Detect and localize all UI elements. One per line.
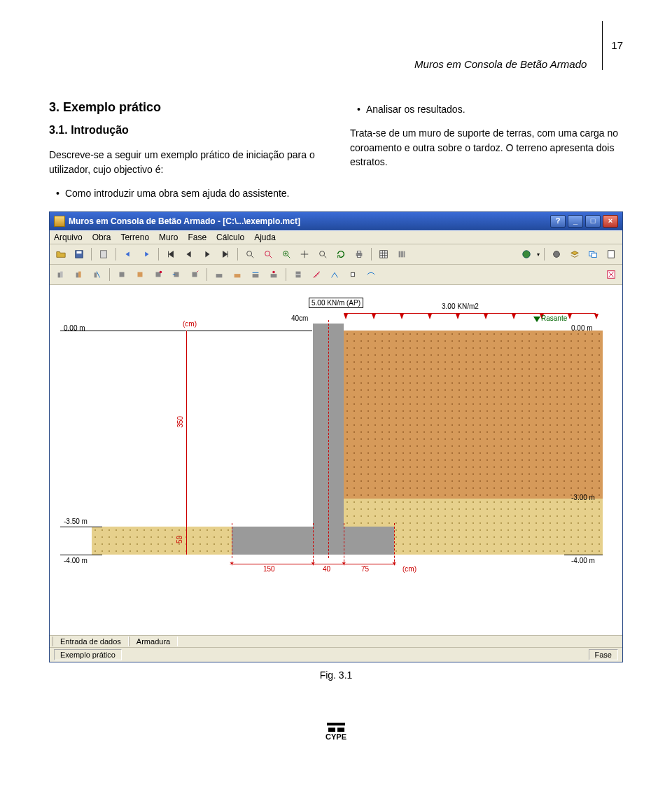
calc-icon[interactable] (96, 246, 111, 262)
prev-icon[interactable] (181, 246, 197, 262)
toolbar-separator (206, 268, 207, 281)
drawing-canvas[interactable]: 5.00 KN/m (AP) 3.00 KN/m2 Rasante 0.00 m… (50, 285, 622, 635)
figure-caption: Fig. 3.1 (49, 669, 623, 681)
tool-b-icon[interactable] (71, 267, 87, 282)
right-column: • Analisar os resultados. Trata-se de um… (350, 98, 623, 204)
pan-icon[interactable] (297, 246, 312, 262)
dim-line-vertical (186, 527, 187, 555)
tab-armadura[interactable]: Armadura (129, 637, 178, 646)
menu-ajuda[interactable]: Ajuda (254, 232, 276, 242)
exit-icon[interactable] (603, 267, 619, 282)
minimize-button[interactable]: _ (568, 215, 583, 228)
layers-icon[interactable] (567, 246, 582, 262)
load-arrow-icon (594, 314, 598, 319)
tab-entrada-dados[interactable]: Entrada de dados (52, 637, 129, 646)
menu-calculo[interactable]: Cálculo (216, 232, 244, 242)
menu-fase[interactable]: Fase (188, 232, 206, 242)
svg-rect-17 (592, 253, 596, 257)
svg-point-6 (320, 251, 325, 256)
left-column: 3. Exemplo prático 3.1. Introdução Descr… (49, 98, 322, 204)
menu-arquivo[interactable]: Arquivo (54, 232, 83, 242)
bullet-dot-icon: • (357, 102, 360, 116)
zoom-window-icon[interactable] (242, 246, 258, 262)
tool-d-icon[interactable] (114, 267, 130, 282)
svg-rect-21 (76, 273, 79, 278)
svg-rect-33 (271, 274, 277, 277)
settings-icon[interactable] (549, 246, 564, 262)
close-button[interactable]: × (603, 215, 618, 228)
svg-rect-19 (58, 273, 61, 278)
height-dim: 350 (176, 416, 184, 428)
zoom-in-icon[interactable] (279, 246, 294, 262)
svg-rect-22 (78, 272, 81, 278)
svg-rect-32 (253, 274, 259, 277)
refresh-icon[interactable] (333, 246, 349, 262)
body-columns: 3. Exemplo prático 3.1. Introdução Descr… (49, 98, 623, 204)
tool-q-icon[interactable] (363, 267, 379, 282)
last-icon[interactable] (218, 246, 233, 262)
tool-c-icon[interactable] (90, 267, 105, 282)
undo-icon[interactable] (120, 246, 136, 262)
tool-k-icon[interactable] (248, 267, 263, 282)
rasante-marker-icon (533, 317, 540, 322)
columns-icon[interactable] (394, 246, 410, 262)
save-icon[interactable] (71, 246, 87, 262)
globe-icon[interactable] (519, 246, 534, 262)
tool-g-icon[interactable] (169, 267, 184, 282)
svg-rect-9 (357, 256, 360, 258)
tool-o-icon[interactable] (327, 267, 342, 282)
toolbar-separator (109, 268, 110, 281)
open-icon[interactable] (53, 246, 69, 262)
dropdown-caret-icon[interactable]: ▾ (537, 251, 540, 258)
elev-left-400: -4.00 m (64, 557, 88, 564)
tool-f-icon[interactable] (150, 267, 166, 282)
bullet-text: Analisar os resultados. (366, 102, 465, 116)
load-arrow-icon (568, 314, 572, 319)
load-arrow-icon (344, 314, 348, 319)
zoom-fit-icon[interactable] (260, 246, 276, 262)
tool-e-icon[interactable] (132, 267, 148, 282)
redo-icon[interactable] (139, 246, 154, 262)
load-arrow-icon (456, 314, 460, 319)
svg-rect-13 (404, 251, 405, 258)
tool-l-icon[interactable] (266, 267, 281, 282)
svg-rect-25 (138, 272, 143, 277)
tool-j-icon[interactable] (230, 267, 245, 282)
dim-toe: 75 (361, 565, 369, 573)
help-button[interactable]: ? (550, 215, 566, 228)
zoom-prev-icon[interactable] (315, 246, 330, 262)
description-paragraph: Trata-se de um muro de suporte de terras… (350, 126, 623, 169)
status-left: Exemplo prático (54, 649, 122, 660)
tool-a-icon[interactable] (53, 267, 69, 282)
rasante-label: Rasante (541, 314, 567, 322)
menu-terreno[interactable]: Terreno (120, 232, 149, 242)
dim-tick (344, 523, 344, 565)
tool-h-icon[interactable] (187, 267, 202, 282)
first-icon[interactable] (163, 246, 178, 262)
next-icon[interactable] (200, 246, 215, 262)
bottom-tabs: Entrada de dados Armadura (50, 635, 622, 647)
menu-bar: Arquivo Obra Terreno Muro Fase Cálculo A… (50, 230, 622, 244)
svg-point-15 (554, 251, 560, 258)
sheet-icon[interactable] (603, 246, 619, 262)
toolbar-separator (237, 248, 238, 260)
toolbar-separator (158, 248, 159, 260)
menu-obra[interactable]: Obra (92, 232, 111, 242)
toolbar-secondary (50, 265, 622, 285)
print-icon[interactable] (351, 246, 367, 262)
guide-line (564, 555, 603, 555)
table-icon[interactable] (376, 246, 391, 262)
header-separator (602, 21, 603, 70)
menu-muro[interactable]: Muro (159, 232, 178, 242)
svg-rect-10 (380, 251, 388, 258)
toolbar-separator (91, 248, 92, 260)
svg-point-3 (247, 251, 252, 256)
unit-cm-bottom: (cm) (402, 565, 416, 573)
windows-icon[interactable] (585, 246, 601, 262)
svg-rect-29 (192, 272, 197, 277)
tool-n-icon[interactable] (309, 267, 324, 282)
tool-i-icon[interactable] (211, 267, 227, 282)
tool-m-icon[interactable] (290, 267, 306, 282)
maximize-button[interactable]: □ (585, 215, 601, 228)
tool-p-icon[interactable] (345, 267, 360, 282)
